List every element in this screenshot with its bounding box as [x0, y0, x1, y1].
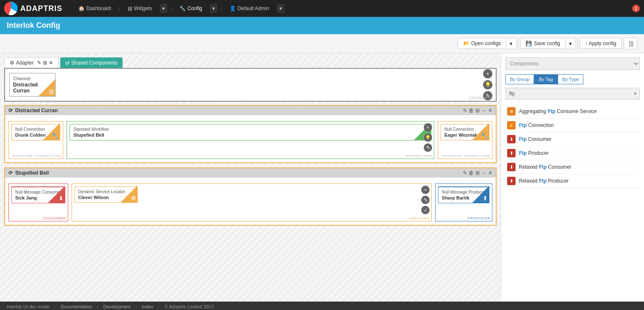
- notification-badge[interactable]: 1: [632, 5, 640, 12]
- services-corner: ⊕: [120, 186, 137, 202]
- producer-corner: ⬆: [472, 186, 489, 203]
- tag-select[interactable]: ftp: [505, 88, 640, 100]
- config-dropdown[interactable]: ▾: [210, 4, 217, 13]
- expand-workflow-button[interactable]: ↔: [481, 108, 486, 113]
- close-bell-button[interactable]: ✕: [488, 170, 492, 176]
- delete-workflow-button[interactable]: 🗑: [469, 108, 474, 113]
- distracted-curran-header: ⟳ Distracted Curran ✎ 🗑 ⊞ ↔ ✕: [5, 106, 496, 115]
- edit-icon[interactable]: ✎: [37, 60, 41, 66]
- wrench-icon-2: 🔧: [481, 132, 488, 139]
- consumer-area: Null Message Consumer Sick Jang ⬇ CONSUM…: [8, 183, 68, 221]
- consumer-card[interactable]: Null Message Consumer Sick Jang ⬇: [11, 186, 65, 203]
- toolbar: 📂 Open configs ▾ 💾 Save config ▾ ↑ Apply…: [0, 34, 644, 53]
- grid-workflow-button[interactable]: ⊞: [476, 108, 480, 113]
- filter-by-type[interactable]: By Type: [558, 74, 584, 84]
- workflow-edit-button[interactable]: ✎: [424, 143, 432, 152]
- apply-config-button[interactable]: ↑ Apply config: [580, 38, 622, 49]
- distracted-curran-inner: Null Connection Drunk Colden 🔧 CONSUME C…: [5, 118, 496, 162]
- service-edit-button[interactable]: ✎: [421, 196, 430, 204]
- add-channel-button[interactable]: +: [483, 69, 492, 78]
- close-workflow-button[interactable]: ✕: [488, 108, 492, 113]
- save-icon: 💾: [526, 40, 532, 46]
- comp-icon-agg: ⊕: [507, 107, 516, 116]
- save-config-dropdown[interactable]: ▾: [566, 38, 576, 49]
- services-card[interactable]: Dynamic Service Locator Clever Wilson ⊕: [75, 186, 138, 203]
- grid-bell-button[interactable]: ⊞: [476, 170, 480, 176]
- adapter-tab[interactable]: ⚙ Adapter ✎ ⊞ ✕: [4, 57, 59, 68]
- channel-card[interactable]: Channel Distracted Curran ⊞: [9, 73, 56, 97]
- consume-connection-card[interactable]: Null Connection Drunk Colden 🔧: [11, 124, 60, 140]
- edit-bell-button[interactable]: ✎: [463, 170, 467, 176]
- channels-label: CHANNELS: [469, 96, 493, 100]
- consumer-corner: ⬇: [48, 186, 65, 203]
- toolbar-extra-button[interactable]: |||: [625, 38, 637, 49]
- workflow-light-button[interactable]: 💡: [424, 133, 432, 142]
- open-configs-dropdown[interactable]: ▾: [506, 38, 516, 49]
- logo-icon: [4, 2, 18, 15]
- section-actions: ✎ 🗑 ⊞ ↔ ✕: [463, 108, 492, 113]
- list-item[interactable]: ⚡ Ftp Connection: [505, 119, 640, 132]
- components-select[interactable]: Components: [505, 57, 640, 70]
- upload-icon: ⬆: [483, 195, 488, 202]
- comp-label-relaxedc: Relaxed Ftp Consumer: [519, 164, 572, 170]
- add-service-button[interactable]: +: [421, 186, 430, 194]
- save-config-button[interactable]: 💾 Save config: [520, 38, 566, 49]
- footer-documentation[interactable]: Documentation: [61, 304, 92, 309]
- produce-connection-card[interactable]: Null Connection Eager Wozniak 🔧: [441, 124, 489, 140]
- workflow-icon: ⟳: [8, 108, 13, 113]
- stupefied-bell-actions: ✎ 🗑 ⊞ ↔ ✕: [463, 170, 492, 176]
- comp-icon-relaxedp: ⬆: [507, 177, 516, 185]
- comp-label-agg: Aggregating Ftp Consume Service: [519, 108, 597, 114]
- list-item[interactable]: ⊕ Aggregating Ftp Consume Service: [505, 105, 640, 119]
- bell-icon: ⟳: [8, 170, 13, 176]
- add-workflow-button[interactable]: +: [424, 123, 432, 132]
- consume-connection-area: Null Connection Drunk Colden 🔧 CONSUME C…: [8, 121, 63, 159]
- channel-settings-button[interactable]: 💡: [483, 80, 492, 89]
- stupefied-bell-inner: Null Message Consumer Sick Jang ⬇ CONSUM…: [5, 180, 496, 225]
- services-area: Dynamic Service Locator Clever Wilson ⊕ …: [72, 183, 432, 221]
- comp-label-ftpc: Ftp Consumer: [519, 136, 551, 142]
- list-item[interactable]: ⬆ Relaxed Ftp Producer: [505, 174, 640, 188]
- nav-widgets[interactable]: ▤ Widgets: [123, 4, 156, 13]
- download-icon: ⬇: [59, 195, 64, 202]
- edit-workflow-button[interactable]: ✎: [463, 108, 467, 113]
- toolbar-divider-1: [518, 38, 518, 49]
- stupefied-bell-section: ⟳ Stupefied Bell ✎ 🗑 ⊞ ↔ ✕ Null Message …: [4, 167, 497, 226]
- service-check-button[interactable]: ✓: [421, 206, 430, 214]
- expand-icon[interactable]: ✕: [49, 60, 53, 66]
- filter-by-group[interactable]: By Group: [505, 74, 534, 84]
- logo: ADAPTRIS: [4, 2, 62, 15]
- navbar: ADAPTRIS 🏠 Dashboard | ▤ Widgets ▾ | 🔧 C…: [0, 0, 644, 17]
- admin-dropdown[interactable]: ▾: [277, 4, 284, 13]
- grid-icon[interactable]: ⊞: [43, 60, 47, 66]
- card-corner-channels: ⊞: [38, 79, 55, 96]
- footer-development[interactable]: Development: [103, 304, 131, 309]
- footer-index[interactable]: Index: [142, 304, 153, 309]
- list-item[interactable]: ⬆ Ftp Producer: [505, 146, 640, 160]
- produce-corner: 🔧: [472, 123, 489, 140]
- nav-config[interactable]: 🔧 Config: [175, 4, 206, 13]
- list-item[interactable]: ⬇ Ftp Consumer: [505, 132, 640, 146]
- nav-admin[interactable]: 👤 Default Admin: [225, 4, 273, 13]
- list-item[interactable]: ⬇ Relaxed Ftp Consumer: [505, 160, 640, 174]
- open-configs-button[interactable]: 📂 Open configs: [458, 38, 507, 49]
- shared-components-tab[interactable]: ⇄ Shared Components: [60, 57, 123, 68]
- workflow-card[interactable]: Standard Workflow Stupefied Bell 🔗: [69, 124, 431, 140]
- expand-bell-button[interactable]: ↔: [481, 170, 486, 176]
- config-icon: 🔧: [179, 5, 186, 11]
- nav-dashboard[interactable]: 🏠 Dashboard: [74, 4, 115, 13]
- filter-by-tag[interactable]: By Tag: [534, 74, 557, 84]
- comp-label-conn: Ftp Connection: [519, 122, 554, 128]
- producer-card[interactable]: Null Message Producer Sharp Bartik ⬆: [438, 186, 489, 203]
- widgets-dropdown[interactable]: ▾: [160, 4, 167, 13]
- right-panel: Components By Group By Tag By Type ftp ▾…: [501, 53, 644, 302]
- stupefied-bell-header: ⟳ Stupefied Bell ✎ 🗑 ⊞ ↔ ✕: [5, 168, 496, 178]
- home-icon: 🏠: [78, 5, 85, 11]
- workflows-area: Standard Workflow Stupefied Bell 🔗 + 💡 ✎…: [67, 121, 434, 159]
- delete-bell-button[interactable]: 🗑: [469, 170, 474, 176]
- comp-icon-ftpc: ⬇: [507, 135, 516, 143]
- main-layout: ⚙ Adapter ✎ ⊞ ✕ ⇄ Shared Components Chan…: [0, 53, 644, 302]
- services-actions: + ✎ ✓: [421, 186, 430, 214]
- producer-area: Null Message Producer Sharp Bartik ⬆ PRO…: [435, 183, 492, 221]
- footer-copyright: © Adaptris Limited 2017.: [165, 304, 215, 309]
